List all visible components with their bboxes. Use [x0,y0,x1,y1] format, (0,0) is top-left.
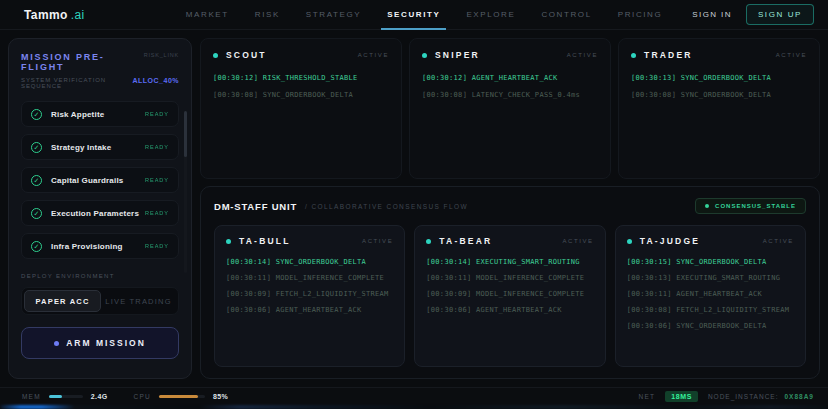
nav-menu: MARKET RISK STRATEGY SECURITY EXPLORE CO… [186,0,662,30]
log-line: [00:30:09] MODEL_INFERENCE_COMPLETE [426,290,593,298]
nav-item-market[interactable]: MARKET [186,0,229,30]
brand-logo[interactable]: Tammo.ai [24,8,85,22]
cpu-meter [159,395,205,398]
brand-suffix: .ai [71,8,85,22]
agent-status-dot-icon [631,53,636,58]
nav-item-security[interactable]: SECURITY [387,0,440,30]
cpu-meter-fill [159,395,198,398]
agent-card-trader: TRADER ACTIVE [00:30:13] SYNC_ORDERBOOK_… [618,38,820,179]
dm-staff-unit-panel: DM-STAFF UNIT / COLLABORATIVE CONSENSUS … [200,186,820,379]
checklist-status: READY [145,210,169,216]
log-line: [00:30:13] SYNC_ORDERBOOK_DELTA [631,74,807,82]
cpu-label: CPU [134,393,151,400]
panel-subtitle: SYSTEM VERIFICATION SEQUENCE [21,77,132,89]
checklist-status: READY [145,111,169,117]
agent-log-list: [00:30:12] AGENT_HEARTBEAT_ACK [00:30:08… [422,74,598,99]
checklist-status: READY [145,177,169,183]
agent-status-dot-icon [422,53,427,58]
log-line: [00:30:08] FETCH_L2_LIQUIDITY_STREAM [627,306,794,314]
nav-item-strategy[interactable]: STRATEGY [306,0,361,30]
checklist-item-infra-provisioning: ✓ Infra Provisioning READY [21,233,179,259]
brand-name: Tammo [24,8,68,22]
nav-item-explore[interactable]: EXPLORE [466,0,515,30]
arm-mission-label: ARM MISSION [66,338,146,348]
checklist-label: Risk Appetite [51,110,104,119]
agent-name: SCOUT [226,50,267,60]
checklist-label: Execution Parameters [51,209,139,218]
agent-name: TA-JUDGE [640,236,700,246]
log-line: [00:30:06] AGENT_HEARTBEAT_ACK [226,306,393,314]
nav-item-pricing[interactable]: PRICING [618,0,663,30]
checklist-item-strategy-intake: ✓ Strategy Intake READY [21,134,179,160]
log-line: [00:30:06] SYNC_ORDERBOOK_DELTA [627,322,794,330]
deploy-environment-label: DEPLOY ENVIRONMENT [21,273,179,279]
agent-log-list: [00:30:15] SYNC_ORDERBOOK_DELTA [00:30:1… [627,258,794,330]
agent-name: SNIPER [435,50,480,60]
verification-checklist: ✓ Risk Appetite READY ✓ Strategy Intake … [21,101,179,259]
agent-status-dot-icon [213,53,218,58]
staff-unit-title: DM-STAFF UNIT [214,201,297,212]
log-line: [00:30:14] EXECUTING_SMART_ROUTING [426,258,593,266]
agent-name: TA-BEAR [439,236,492,246]
agent-status-dot-icon [426,239,431,244]
nav-item-risk[interactable]: RISK [255,0,280,30]
log-line: [00:30:08] SYNC_ORDERBOOK_DELTA [213,91,389,99]
net-latency-badge: 18MS [665,391,698,402]
consensus-stable-badge: CONSENSUS_STABLE [695,198,806,214]
log-line: [00:30:09] FETCH_L2_LIQUIDITY_STREAM [226,290,393,298]
risk-link-label: RISK_LINK [144,52,179,58]
log-line: [00:30:13] EXECUTING_SMART_ROUTING [627,274,794,282]
checklist-item-risk-appetite: ✓ Risk Appetite READY [21,101,179,127]
sign-up-button[interactable]: SIGN UP [746,4,814,25]
agent-status-badge: ACTIVE [562,238,593,244]
log-line: [00:30:12] AGENT_HEARTBEAT_ACK [422,74,598,82]
env-option-paper-acc[interactable]: PAPER ACC [24,290,101,312]
node-instance-value: 0X88A9 [785,393,815,400]
sign-in-link[interactable]: SIGN IN [692,10,732,19]
check-circle-icon: ✓ [31,142,42,153]
log-line: [00:30:15] SYNC_ORDERBOOK_DELTA [627,258,794,266]
arm-mission-button[interactable]: ARM MISSION [21,327,179,359]
log-line: [00:30:14] SYNC_ORDERBOOK_DELTA [226,258,393,266]
mem-meter-fill [49,395,62,398]
environment-toggle: PAPER ACC LIVE TRADING [21,287,179,315]
node-instance-label: NODE_INSTANCE: [708,393,779,400]
agent-log-list: [00:30:14] SYNC_ORDERBOOK_DELTA [00:30:1… [226,258,393,314]
agent-status-dot-icon [226,239,231,244]
net-label: NET [639,393,656,400]
check-circle-icon: ✓ [31,208,42,219]
agent-status-badge: ACTIVE [358,52,389,58]
log-line: [00:30:06] AGENT_HEARTBEAT_ACK [426,306,593,314]
app-window: Tammo.ai MARKET RISK STRATEGY SECURITY E… [0,0,828,409]
cpu-value: 85% [213,393,228,400]
env-option-live-trading[interactable]: LIVE TRADING [101,290,176,312]
arm-dot-icon [54,341,59,346]
staff-unit-subtitle: / COLLABORATIVE CONSENSUS FLOW [305,203,468,210]
nav-item-control[interactable]: CONTROL [541,0,591,30]
agent-status-badge: ACTIVE [362,238,393,244]
top-nav: Tammo.ai MARKET RISK STRATEGY SECURITY E… [0,0,828,30]
log-line: [00:30:11] MODEL_INFERENCE_COMPLETE [426,274,593,282]
agent-status-badge: ACTIVE [776,52,807,58]
staff-card-ta-judge: TA-JUDGE ACTIVE [00:30:15] SYNC_ORDERBOO… [615,225,806,367]
check-circle-icon: ✓ [31,241,42,252]
agent-card-sniper: SNIPER ACTIVE [00:30:12] AGENT_HEARTBEAT… [409,38,611,179]
agent-status-dot-icon [627,239,632,244]
bottom-window-edge [0,405,828,409]
panel-title: MISSION PRE-FLIGHT [21,52,144,72]
alloc-value: ALLOC_40% [132,77,179,89]
sidebar-scrollbar[interactable] [184,111,187,273]
main-content: SCOUT ACTIVE [00:30:12] RISK_THRESHOLD_S… [200,38,820,379]
mem-value: 2.4G [91,393,108,400]
mem-meter [49,395,83,398]
auth-area: SIGN IN SIGN UP [692,4,814,25]
scrollbar-thumb[interactable] [184,111,187,157]
checklist-label: Infra Provisioning [51,242,123,251]
checklist-item-capital-guardrails: ✓ Capital Guardrails READY [21,167,179,193]
status-bar: MEM 2.4G CPU 85% NET 18MS NODE_INSTANCE:… [0,387,828,405]
workspace: MISSION PRE-FLIGHT RISK_LINK SYSTEM VERI… [0,30,828,387]
log-line: [00:30:12] RISK_THRESHOLD_STABLE [213,74,389,82]
consensus-dot-icon [705,204,709,208]
checklist-label: Strategy Intake [51,143,111,152]
staff-card-ta-bull: TA-BULL ACTIVE [00:30:14] SYNC_ORDERBOOK… [214,225,405,367]
